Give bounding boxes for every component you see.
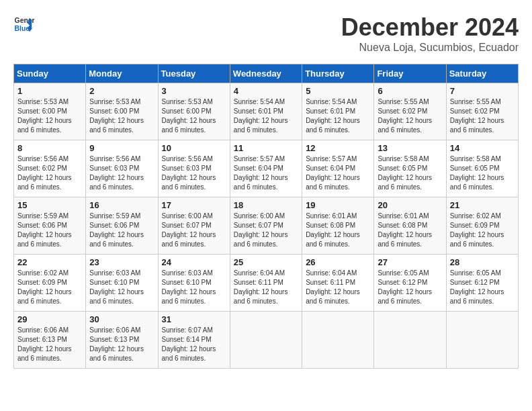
day-cell: 2 Sunrise: 5:53 AM Sunset: 6:00 PM Dayli… (86, 83, 158, 140)
day-header-saturday: Saturday (446, 64, 518, 83)
day-cell: 9 Sunrise: 5:56 AM Sunset: 6:03 PM Dayli… (86, 140, 158, 197)
week-row-5: 29 Sunrise: 6:06 AM Sunset: 6:13 PM Dayl… (14, 312, 519, 369)
day-info: Sunrise: 6:05 AM Sunset: 6:12 PM Dayligh… (450, 269, 515, 306)
day-cell: 30 Sunrise: 6:06 AM Sunset: 6:13 PM Dayl… (86, 312, 158, 369)
svg-text:Blue: Blue (15, 25, 30, 32)
day-info: Sunrise: 6:00 AM Sunset: 6:07 PM Dayligh… (162, 212, 226, 249)
day-number: 24 (162, 257, 226, 267)
day-info: Sunrise: 5:53 AM Sunset: 6:00 PM Dayligh… (89, 97, 154, 135)
day-info: Sunrise: 6:05 AM Sunset: 6:12 PM Dayligh… (378, 269, 442, 306)
day-number: 3 (162, 86, 226, 96)
day-cell: 21 Sunrise: 6:02 AM Sunset: 6:09 PM Dayl… (446, 197, 518, 255)
day-cell: 10 Sunrise: 5:56 AM Sunset: 6:03 PM Dayl… (158, 140, 230, 197)
day-number: 26 (306, 257, 370, 267)
day-info: Sunrise: 5:56 AM Sunset: 6:03 PM Dayligh… (162, 154, 226, 192)
day-cell (374, 312, 446, 369)
month-title: December 2024 (341, 13, 519, 42)
day-header-friday: Friday (374, 64, 446, 83)
day-cell (230, 312, 302, 369)
day-cell: 26 Sunrise: 6:04 AM Sunset: 6:11 PM Dayl… (302, 255, 374, 312)
day-cell: 31 Sunrise: 6:07 AM Sunset: 6:14 PM Dayl… (158, 312, 230, 369)
day-info: Sunrise: 6:06 AM Sunset: 6:13 PM Dayligh… (17, 326, 82, 363)
day-cell: 12 Sunrise: 5:57 AM Sunset: 6:04 PM Dayl… (302, 140, 374, 197)
title-section: December 2024 Nueva Loja, Sucumbios, Ecu… (341, 13, 519, 54)
day-number: 5 (306, 86, 370, 96)
day-number: 27 (378, 257, 442, 267)
day-number: 13 (378, 143, 442, 153)
week-row-2: 8 Sunrise: 5:56 AM Sunset: 6:02 PM Dayli… (14, 140, 519, 197)
day-cell: 1 Sunrise: 5:53 AM Sunset: 6:00 PM Dayli… (14, 83, 86, 140)
day-info: Sunrise: 5:57 AM Sunset: 6:04 PM Dayligh… (306, 154, 370, 192)
day-number: 9 (89, 143, 154, 153)
logo: General Blue (13, 13, 38, 35)
day-cell: 7 Sunrise: 5:55 AM Sunset: 6:02 PM Dayli… (446, 83, 518, 140)
day-info: Sunrise: 5:55 AM Sunset: 6:02 PM Dayligh… (378, 97, 442, 135)
day-header-thursday: Thursday (302, 64, 374, 83)
day-info: Sunrise: 6:02 AM Sunset: 6:09 PM Dayligh… (450, 212, 515, 249)
day-number: 8 (17, 143, 82, 153)
day-number: 22 (17, 257, 82, 267)
day-info: Sunrise: 5:56 AM Sunset: 6:03 PM Dayligh… (89, 154, 154, 192)
day-cell: 16 Sunrise: 5:59 AM Sunset: 6:06 PM Dayl… (86, 197, 158, 255)
day-number: 1 (17, 86, 82, 96)
day-info: Sunrise: 5:56 AM Sunset: 6:02 PM Dayligh… (17, 154, 82, 192)
day-cell: 11 Sunrise: 5:57 AM Sunset: 6:04 PM Dayl… (230, 140, 302, 197)
day-cell (302, 312, 374, 369)
day-number: 30 (89, 314, 154, 324)
day-number: 15 (17, 200, 82, 210)
day-header-wednesday: Wednesday (230, 64, 302, 83)
day-cell: 19 Sunrise: 6:01 AM Sunset: 6:08 PM Dayl… (302, 197, 374, 255)
day-header-monday: Monday (86, 64, 158, 83)
day-info: Sunrise: 5:57 AM Sunset: 6:04 PM Dayligh… (234, 154, 298, 192)
day-info: Sunrise: 5:55 AM Sunset: 6:02 PM Dayligh… (450, 97, 515, 135)
calendar-table: SundayMondayTuesdayWednesdayThursdayFrid… (13, 64, 519, 369)
day-number: 31 (162, 314, 226, 324)
day-info: Sunrise: 5:58 AM Sunset: 6:05 PM Dayligh… (378, 154, 442, 192)
day-cell: 22 Sunrise: 6:02 AM Sunset: 6:09 PM Dayl… (14, 255, 86, 312)
day-number: 19 (306, 200, 370, 210)
day-number: 23 (89, 257, 154, 267)
day-info: Sunrise: 6:01 AM Sunset: 6:08 PM Dayligh… (306, 212, 370, 249)
day-cell: 14 Sunrise: 5:58 AM Sunset: 6:05 PM Dayl… (446, 140, 518, 197)
day-number: 2 (89, 86, 154, 96)
day-cell: 6 Sunrise: 5:55 AM Sunset: 6:02 PM Dayli… (374, 83, 446, 140)
days-header-row: SundayMondayTuesdayWednesdayThursdayFrid… (14, 64, 519, 83)
day-info: Sunrise: 5:53 AM Sunset: 6:00 PM Dayligh… (162, 97, 226, 135)
day-cell: 8 Sunrise: 5:56 AM Sunset: 6:02 PM Dayli… (14, 140, 86, 197)
day-cell: 15 Sunrise: 5:59 AM Sunset: 6:06 PM Dayl… (14, 197, 86, 255)
day-cell: 3 Sunrise: 5:53 AM Sunset: 6:00 PM Dayli… (158, 83, 230, 140)
day-info: Sunrise: 5:54 AM Sunset: 6:01 PM Dayligh… (306, 97, 370, 135)
day-number: 20 (378, 200, 442, 210)
day-number: 10 (162, 143, 226, 153)
day-info: Sunrise: 5:58 AM Sunset: 6:05 PM Dayligh… (450, 154, 515, 192)
logo-icon: General Blue (13, 13, 35, 35)
day-cell: 18 Sunrise: 6:00 AM Sunset: 6:07 PM Dayl… (230, 197, 302, 255)
day-cell: 28 Sunrise: 6:05 AM Sunset: 6:12 PM Dayl… (446, 255, 518, 312)
day-info: Sunrise: 6:00 AM Sunset: 6:07 PM Dayligh… (234, 212, 298, 249)
location-title: Nueva Loja, Sucumbios, Ecuador (341, 42, 519, 54)
day-number: 16 (89, 200, 154, 210)
day-cell: 23 Sunrise: 6:03 AM Sunset: 6:10 PM Dayl… (86, 255, 158, 312)
day-number: 18 (234, 200, 298, 210)
day-number: 21 (450, 200, 515, 210)
day-number: 28 (450, 257, 515, 267)
day-cell: 24 Sunrise: 6:03 AM Sunset: 6:10 PM Dayl… (158, 255, 230, 312)
day-cell: 25 Sunrise: 6:04 AM Sunset: 6:11 PM Dayl… (230, 255, 302, 312)
week-row-3: 15 Sunrise: 5:59 AM Sunset: 6:06 PM Dayl… (14, 197, 519, 255)
day-info: Sunrise: 5:59 AM Sunset: 6:06 PM Dayligh… (89, 212, 154, 249)
day-number: 29 (17, 314, 82, 324)
day-info: Sunrise: 6:03 AM Sunset: 6:10 PM Dayligh… (162, 269, 226, 306)
day-header-tuesday: Tuesday (158, 64, 230, 83)
day-info: Sunrise: 5:54 AM Sunset: 6:01 PM Dayligh… (234, 97, 298, 135)
day-cell: 5 Sunrise: 5:54 AM Sunset: 6:01 PM Dayli… (302, 83, 374, 140)
day-info: Sunrise: 6:02 AM Sunset: 6:09 PM Dayligh… (17, 269, 82, 306)
day-info: Sunrise: 6:04 AM Sunset: 6:11 PM Dayligh… (306, 269, 370, 306)
day-number: 25 (234, 257, 298, 267)
day-cell: 13 Sunrise: 5:58 AM Sunset: 6:05 PM Dayl… (374, 140, 446, 197)
day-cell: 29 Sunrise: 6:06 AM Sunset: 6:13 PM Dayl… (14, 312, 86, 369)
week-row-1: 1 Sunrise: 5:53 AM Sunset: 6:00 PM Dayli… (14, 83, 519, 140)
day-header-sunday: Sunday (14, 64, 86, 83)
day-info: Sunrise: 5:53 AM Sunset: 6:00 PM Dayligh… (17, 97, 82, 135)
day-number: 12 (306, 143, 370, 153)
day-number: 7 (450, 86, 515, 96)
